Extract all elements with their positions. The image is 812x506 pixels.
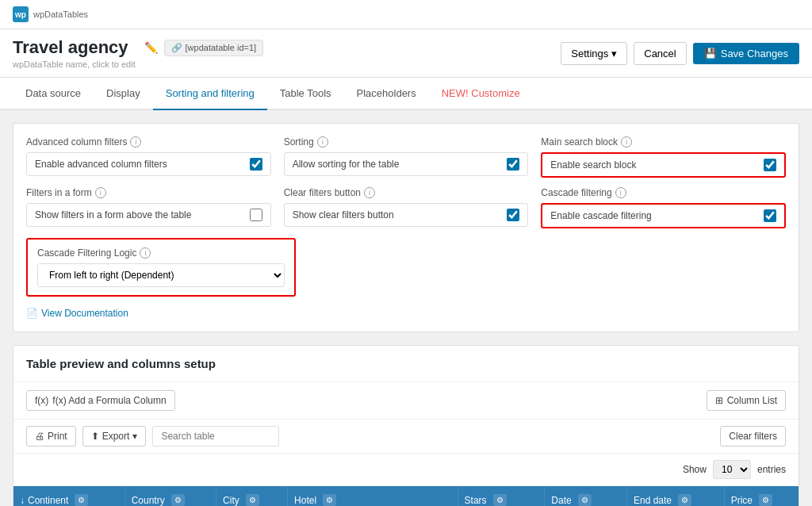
main-search-block-group: Main search block i Enable search block <box>541 136 786 178</box>
sorting-text: Allow sorting for the table <box>293 159 501 170</box>
cascade-filtering-text: Enable cascade filtering <box>550 210 757 221</box>
cascade-filtering-info[interactable]: i <box>615 187 626 198</box>
col-price: Price ⚙ <box>724 486 799 506</box>
formula-icon: f(x) <box>35 395 48 406</box>
clear-filters-button-group: Clear filters button i Show clear filter… <box>284 187 529 228</box>
tab-data-source[interactable]: Data source <box>13 78 94 110</box>
country-gear-icon[interactable]: ⚙ <box>171 494 185 506</box>
filters-in-form-checkbox[interactable] <box>250 209 262 221</box>
shortcode-icon: 🔗 <box>171 43 182 53</box>
tabs-bar: Data source Display Sorting and filterin… <box>0 78 812 110</box>
print-icon: 🖨 <box>35 431 44 442</box>
sorting-filtering-panel: Advanced column filters i Enable advance… <box>13 123 799 332</box>
tab-display[interactable]: Display <box>94 78 153 110</box>
date-gear-icon[interactable]: ⚙ <box>578 494 592 506</box>
filters-in-form-info[interactable]: i <box>95 187 106 198</box>
cascade-logic-info[interactable]: i <box>140 247 151 259</box>
cascade-logic-select[interactable]: From left to right (Dependent) Independe… <box>37 263 285 287</box>
view-docs-link[interactable]: 📄 View Documentation <box>26 308 786 319</box>
settings-button[interactable]: Settings ▾ <box>561 42 627 65</box>
sorting-label: Sorting i <box>284 136 529 148</box>
main-search-block-info[interactable]: i <box>621 136 632 148</box>
tab-placeholders[interactable]: Placeholders <box>344 78 429 110</box>
end-date-gear-icon[interactable]: ⚙ <box>678 494 691 506</box>
main-search-block-label: Main search block i <box>541 136 786 148</box>
sorting-group: Sorting i Allow sorting for the table <box>284 136 529 178</box>
docs-icon: 📄 <box>26 308 38 319</box>
header-meta: ✏️ 🔗 [wpdatatable id=1] <box>144 40 264 56</box>
advanced-column-filters-info[interactable]: i <box>130 136 141 148</box>
cascade-filtering-label: Cascade filtering i <box>541 187 786 198</box>
page-title: Travel agency <box>13 37 128 58</box>
tab-customize[interactable]: NEW! Customize <box>429 78 533 110</box>
cascade-filtering-checkbox[interactable] <box>764 209 776 222</box>
chevron-down-icon: ▾ <box>611 48 617 59</box>
sorting-row: Allow sorting for the table <box>284 152 529 176</box>
col-country: Country ⚙ <box>124 486 216 506</box>
top-bar: wp wpDataTables <box>0 0 812 29</box>
continent-gear-icon[interactable]: ⚙ <box>75 494 88 506</box>
advanced-column-filters-row: Enable advanced column filters <box>26 152 271 176</box>
filters-in-form-label: Filters in a form i <box>26 187 271 198</box>
cascade-filtering-group: Cascade filtering i Enable cascade filte… <box>541 187 786 228</box>
cascade-logic-section: Cascade Filtering Logic i From left to r… <box>26 238 786 297</box>
column-list-button[interactable]: ⊞ Column List <box>707 390 786 411</box>
advanced-column-filters-label: Advanced column filters i <box>26 136 271 148</box>
filters-in-form-text: Show filters in a form above the table <box>35 209 243 220</box>
advanced-column-filters-text: Enable advanced column filters <box>35 159 243 170</box>
col-date: Date ⚙ <box>545 486 627 506</box>
sorting-info[interactable]: i <box>317 136 328 148</box>
show-entries-row: Show 10 25 50 entries <box>13 454 799 486</box>
cancel-button[interactable]: Cancel <box>634 42 686 65</box>
search-table-input[interactable] <box>152 426 279 447</box>
print-button[interactable]: 🖨 Print <box>26 426 76 447</box>
clear-filters-button-checkbox[interactable] <box>507 209 519 221</box>
stars-gear-icon[interactable]: ⚙ <box>493 494 507 506</box>
header-title-area: Travel agency ✏️ 🔗 [wpdatatable id=1] wp… <box>13 37 263 69</box>
tab-table-tools[interactable]: Table Tools <box>267 78 344 110</box>
entries-label: entries <box>757 464 786 475</box>
table-preview-header: Table preview and columns setup <box>13 346 799 382</box>
edit-icon[interactable]: ✏️ <box>144 41 158 54</box>
app-name: wpDataTables <box>33 10 88 19</box>
main-search-block-row: Enable search block <box>541 152 786 178</box>
advanced-column-filters-group: Advanced column filters i Enable advance… <box>26 136 271 178</box>
data-table: ↓ Continent ⚙ Country ⚙ <box>13 486 799 506</box>
sort-down-icon: ↓ <box>20 495 25 506</box>
clear-filters-button-row: Show clear filters button <box>284 203 529 227</box>
header-actions: Settings ▾ Cancel 💾 Save Changes <box>561 42 799 65</box>
clear-filters-button[interactable]: Clear filters <box>720 426 786 447</box>
shortcode-text: [wpdatatable id=1] <box>186 43 257 52</box>
table-header-row: ↓ Continent ⚙ Country ⚙ <box>13 486 799 506</box>
advanced-column-filters-checkbox[interactable] <box>250 158 262 171</box>
export-chevron: ▾ <box>132 431 137 442</box>
cascade-logic-box: Cascade Filtering Logic i From left to r… <box>26 238 296 297</box>
export-button[interactable]: ⬆ Export ▾ <box>82 426 147 447</box>
main-search-block-checkbox[interactable] <box>764 159 776 171</box>
hotel-gear-icon[interactable]: ⚙ <box>323 494 336 506</box>
cascade-filtering-row: Enable cascade filtering <box>541 203 786 228</box>
col-continent: ↓ Continent ⚙ <box>13 486 124 506</box>
table-actions: 🖨 Print ⬆ Export ▾ Clear filters <box>13 420 799 454</box>
entries-select[interactable]: 10 25 50 <box>713 460 751 479</box>
col-hotel: Hotel ⚙ <box>288 486 458 506</box>
table-preview-title: Table preview and columns setup <box>26 357 216 370</box>
page-header: Travel agency ✏️ 🔗 [wpdatatable id=1] wp… <box>0 29 812 78</box>
main-search-block-text: Enable search block <box>550 159 757 171</box>
export-icon: ⬆ <box>91 431 99 442</box>
add-formula-button[interactable]: f(x) f(x) Add a Formula Column <box>26 390 175 411</box>
clear-filters-button-info[interactable]: i <box>364 187 375 198</box>
app-logo: wp wpDataTables <box>13 6 88 22</box>
clear-filters-button-text: Show clear filters button <box>293 209 501 220</box>
city-gear-icon[interactable]: ⚙ <box>246 494 259 506</box>
price-gear-icon[interactable]: ⚙ <box>759 494 772 506</box>
page-subtitle: wpDataTable name, click to edit <box>13 59 263 69</box>
settings-row-2: Filters in a form i Show filters in a fo… <box>26 187 786 228</box>
filters-in-form-group: Filters in a form i Show filters in a fo… <box>26 187 271 228</box>
sorting-checkbox[interactable] <box>507 158 519 171</box>
tab-sorting-filtering[interactable]: Sorting and filtering <box>153 78 267 110</box>
show-label: Show <box>683 464 707 475</box>
filters-in-form-row: Show filters in a form above the table <box>26 203 271 227</box>
logo-icon: wp <box>13 6 29 22</box>
save-button[interactable]: 💾 Save Changes <box>693 43 799 64</box>
